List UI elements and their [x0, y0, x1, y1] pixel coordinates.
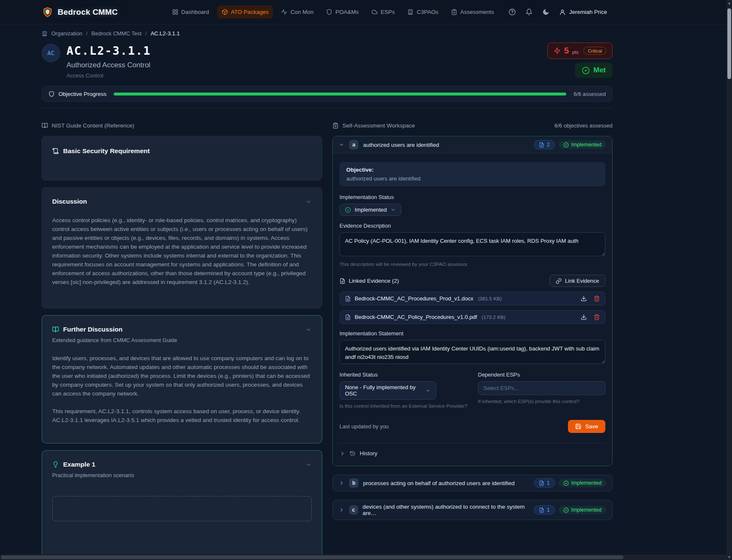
example-header[interactable]: Example 1 [52, 461, 312, 468]
download-icon[interactable] [581, 314, 587, 320]
save-icon [575, 423, 581, 430]
chevron-down-icon [305, 326, 312, 333]
breadcrumb: Organization / Bedrock CMMC Test / AC.L2… [42, 30, 613, 37]
example-scenario-box [52, 496, 312, 521]
horizontal-scrollbar[interactable] [0, 555, 727, 560]
user-menu[interactable]: Jeremiah Price [559, 9, 607, 16]
implemented-badge: Implemented [559, 479, 606, 487]
basic-security-requirement-card: Basic Security Requirement [42, 136, 322, 180]
shield-progress-icon [48, 91, 55, 97]
main-nav: Dashboard ATO Packages Con Mon POA&Ms ES… [167, 5, 499, 19]
esp-helper-text: If inherited, which ESP(s) provide this … [478, 398, 605, 404]
objective-a-header[interactable]: a authorized users are identified 2 Impl… [333, 136, 612, 154]
dark-mode-moon-icon[interactable] [542, 8, 549, 16]
app-page: Bedrock CMMC Dashboard ATO Packages Con … [0, 0, 732, 560]
workspace-section-header: Self-Assessment Workspace 6/6 objectives… [332, 122, 613, 129]
notifications-bell-icon[interactable] [525, 8, 533, 16]
nav-item-con-mon[interactable]: Con Mon [276, 5, 318, 19]
objective-title: processes acting on behalf of authorized… [363, 480, 515, 486]
chevron-down-icon [390, 207, 396, 212]
save-button[interactable]: Save [568, 420, 605, 433]
dependent-esps-label: Dependent ESPs [478, 372, 605, 378]
discussion-card: Discussion Access control policies (e.g.… [42, 187, 322, 308]
link-evidence-button[interactable]: Link Evidence [549, 275, 605, 287]
control-family: Access Control [66, 72, 151, 79]
history-toggle[interactable]: History [339, 443, 605, 456]
delete-trash-icon[interactable] [594, 295, 600, 302]
scroll-down-arrow[interactable]: ▼ [727, 554, 732, 560]
file-icon [345, 314, 351, 320]
control-header: AC AC.L2-3.1.1 Authorized Access Control… [42, 42, 613, 79]
nav-item-assessments[interactable]: Assessments [446, 5, 499, 19]
breadcrumb-separator: / [86, 30, 88, 37]
objective-summary-box: Objective: authorized users are identifi… [339, 162, 605, 186]
breadcrumb-organization[interactable]: Organization [51, 30, 82, 37]
evidence-description-label: Evidence Description [339, 223, 605, 229]
file-name[interactable]: Bedrock-CMMC_AC_Procedures_Prod_v1.docx [355, 295, 473, 302]
further-discussion-card: Further Discussion Extended guidance fro… [42, 315, 322, 443]
objective-letter-badge: b [349, 478, 358, 488]
example-subtitle: Practical implementation scenario [52, 472, 312, 478]
chevron-down-icon [305, 199, 312, 205]
further-discussion-subtitle: Extended guidance from CMMC Assessment G… [52, 337, 312, 343]
check-circle-icon [563, 142, 569, 148]
implementation-status-label: Implementation Status [339, 194, 605, 200]
chevron-down-icon [339, 142, 345, 148]
vertical-scrollbar-thumb[interactable] [727, 8, 731, 79]
dependent-esps-input[interactable] [478, 382, 605, 395]
objective-b-header[interactable]: b processes acting on behalf of authoriz… [332, 475, 613, 491]
evidence-count-badge: 2 [534, 140, 555, 149]
nav-item-ato-packages[interactable]: ATO Packages [217, 5, 273, 19]
nav-item-dashboard[interactable]: Dashboard [167, 5, 214, 19]
brand-shield-logo-icon [42, 7, 53, 18]
scroll-up-arrow[interactable]: ▲ [727, 0, 732, 6]
implementation-statement-textarea[interactable]: Authorized users identified via IAM Iden… [339, 340, 605, 364]
evidence-description-textarea[interactable]: AC Policy (AC-POL-001), IAM Identity Cen… [339, 232, 605, 256]
vertical-scrollbar[interactable]: ▲ ▼ [727, 0, 732, 560]
nist-section-header: NIST Guide Content (Reference) [42, 122, 322, 129]
inherited-status-label: Inherited Status [339, 372, 468, 378]
check-circle-icon [563, 480, 569, 486]
breadcrumb-current: AC.L2-3.1.1 [151, 30, 180, 37]
top-navbar: Bedrock CMMC Dashboard ATO Packages Con … [0, 0, 732, 24]
discussion-header[interactable]: Discussion [52, 198, 312, 205]
scroll-icon [52, 148, 59, 154]
objective-letter-badge: a [349, 140, 358, 149]
objective-a-body: Objective: authorized users are identifi… [333, 154, 612, 466]
download-icon[interactable] [581, 295, 587, 302]
further-discussion-header[interactable]: Further Discussion [52, 326, 312, 333]
check-circle-icon [345, 207, 351, 213]
package-icon [222, 9, 228, 15]
divider [42, 108, 613, 109]
objective-title: authorized users are identified [363, 142, 439, 148]
help-icon[interactable] [509, 8, 516, 16]
breadcrumb-package[interactable]: Bedrock CMMC Test [91, 30, 141, 37]
file-icon [539, 142, 544, 148]
cloud-icon [371, 9, 378, 15]
evidence-file-row: Bedrock-CMMC_AC_Policy_Procedures_v1.0.p… [339, 310, 605, 324]
brand[interactable]: Bedrock CMMC [42, 7, 118, 18]
history-clock-icon [350, 451, 355, 456]
evidence-count-badge: 1 [534, 505, 555, 515]
nav-actions: Jeremiah Price [509, 8, 732, 16]
nav-item-esps[interactable]: ESPs [367, 5, 400, 19]
nav-item-poams[interactable]: POA&Ms [321, 5, 363, 19]
example-card: Example 1 Practical implementation scena… [42, 450, 322, 560]
inherited-status-select[interactable]: None - Fully implemented by OSC [339, 381, 436, 400]
delete-trash-icon[interactable] [594, 314, 600, 320]
objective-c-header[interactable]: c devices (and other systems) authorized… [332, 500, 613, 520]
progress-value: 6/6 assessed [573, 91, 606, 97]
shield-icon [326, 9, 332, 15]
control-name: Authorized Access Control [66, 61, 151, 69]
nav-item-c3paos[interactable]: C3PAOs [403, 5, 443, 19]
file-size: (173.2 KB) [482, 314, 505, 320]
brand-name: Bedrock CMMC [58, 8, 118, 17]
book-open-icon [52, 326, 59, 333]
horizontal-scrollbar-thumb[interactable] [1, 555, 623, 559]
last-updated-text: Last updated by you [339, 423, 389, 430]
status-text: Met [594, 66, 606, 74]
implementation-status-select[interactable]: Implemented [339, 204, 401, 216]
evidence-file-row: Bedrock-CMMC_AC_Procedures_Prod_v1.docx … [339, 292, 605, 305]
chevron-right-icon [339, 480, 345, 486]
file-name[interactable]: Bedrock-CMMC_AC_Policy_Procedures_v1.0.p… [355, 314, 477, 320]
